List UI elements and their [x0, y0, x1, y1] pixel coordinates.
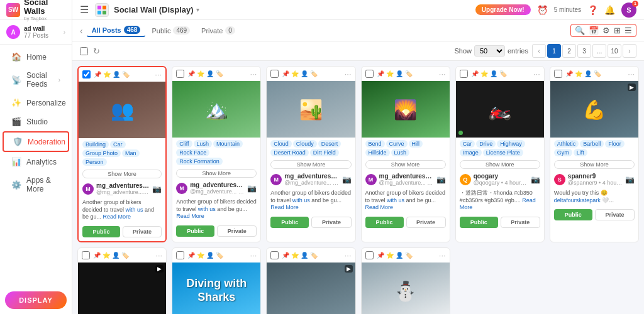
page-3-button[interactable]: 3: [577, 44, 591, 58]
star-icon[interactable]: ⭐: [103, 252, 110, 259]
show-more-button[interactable]: Show More: [365, 160, 446, 169]
person-icon[interactable]: 👤: [301, 252, 308, 259]
star-icon[interactable]: ⭐: [103, 71, 111, 78]
post-tag[interactable]: Person: [82, 158, 107, 166]
read-more-link[interactable]: Read More: [176, 213, 204, 219]
tag-icon[interactable]: 🏷️: [310, 70, 318, 77]
search-icon[interactable]: 🔍: [575, 26, 585, 35]
post-checkbox[interactable]: [365, 251, 374, 259]
more-options-icon[interactable]: ···: [439, 69, 446, 78]
private-button[interactable]: Private: [595, 209, 635, 220]
person-icon[interactable]: 👤: [490, 70, 497, 77]
select-all-checkbox[interactable]: [80, 47, 88, 55]
tab-private[interactable]: Private 0: [196, 24, 240, 36]
read-more-link[interactable]: Read More: [270, 204, 299, 210]
pin-icon[interactable]: 📌: [187, 70, 195, 77]
page-1-button[interactable]: 1: [547, 44, 561, 58]
public-button[interactable]: Public: [270, 217, 309, 228]
tab-public[interactable]: Public 469: [147, 24, 195, 36]
star-icon[interactable]: ⭐: [291, 70, 299, 77]
sidebar-item-apps[interactable]: ⚙️ Apps & More: [3, 171, 69, 198]
pin-icon[interactable]: 📌: [282, 70, 289, 77]
private-button[interactable]: Private: [406, 217, 446, 228]
more-options-icon[interactable]: ···: [155, 251, 162, 260]
show-more-button[interactable]: Show More: [176, 169, 257, 178]
post-tag[interactable]: Hillside: [365, 149, 390, 156]
tag-icon[interactable]: 🏷️: [122, 71, 130, 78]
show-more-button[interactable]: Show More: [270, 160, 351, 169]
post-checkbox[interactable]: [82, 251, 90, 259]
pin-icon[interactable]: 📌: [565, 70, 573, 77]
person-icon[interactable]: 👤: [396, 252, 403, 259]
post-checkbox[interactable]: [176, 70, 184, 78]
tag-icon[interactable]: 🏷️: [121, 252, 129, 259]
post-tag[interactable]: Floor: [605, 140, 625, 148]
post-tag[interactable]: Gym: [554, 149, 572, 156]
tag-icon[interactable]: 🏷️: [216, 70, 223, 77]
post-checkbox[interactable]: [82, 70, 91, 78]
user-avatar[interactable]: S 1: [621, 3, 636, 18]
more-options-icon[interactable]: ···: [250, 69, 257, 78]
person-icon[interactable]: 👤: [584, 70, 592, 77]
post-tag[interactable]: Car: [460, 140, 475, 148]
post-tag[interactable]: Cliff: [176, 140, 192, 148]
public-button[interactable]: Public: [365, 217, 404, 228]
post-tag[interactable]: Car: [110, 141, 126, 148]
post-tag[interactable]: Cloud: [270, 140, 292, 148]
post-checkbox[interactable]: [270, 70, 279, 78]
pin-icon[interactable]: 📌: [94, 71, 101, 78]
more-options-icon[interactable]: ···: [533, 69, 540, 78]
grid-icon[interactable]: ⊞: [614, 26, 621, 35]
star-icon[interactable]: ⭐: [197, 70, 204, 77]
pin-icon[interactable]: 📌: [471, 70, 479, 77]
post-checkbox[interactable]: [270, 251, 279, 259]
more-options-icon[interactable]: ···: [155, 70, 162, 79]
page-10-button[interactable]: 10: [608, 44, 621, 58]
back-arrow-icon[interactable]: ‹: [80, 26, 83, 36]
read-more-link[interactable]: Read More: [460, 197, 536, 211]
post-tag[interactable]: Image: [460, 149, 482, 156]
public-button[interactable]: Public: [176, 225, 214, 237]
tag-icon[interactable]: 🏷️: [216, 252, 223, 259]
topbar-dropdown-icon[interactable]: ▾: [196, 6, 199, 13]
read-more-link[interactable]: Read More: [365, 204, 394, 210]
tag-icon[interactable]: 🏷️: [405, 70, 413, 77]
public-button[interactable]: Public: [82, 226, 120, 237]
post-tag[interactable]: Rock Face: [176, 149, 209, 156]
more-options-icon[interactable]: ···: [439, 251, 446, 260]
person-icon[interactable]: 👤: [206, 252, 214, 259]
sidebar-item-personalize[interactable]: ✨ Personalize: [3, 94, 69, 112]
calendar-icon[interactable]: 📅: [589, 26, 599, 35]
bell-icon[interactable]: 🔔: [604, 5, 615, 15]
star-icon[interactable]: ⭐: [386, 252, 394, 259]
sidebar-item-studio[interactable]: 🎬 Studio: [3, 112, 69, 131]
person-icon[interactable]: 👤: [112, 252, 119, 259]
tag-icon[interactable]: 🏷️: [310, 252, 318, 259]
person-icon[interactable]: 👤: [113, 71, 120, 78]
more-options-icon[interactable]: ···: [250, 251, 257, 260]
show-more-button[interactable]: Show More: [82, 170, 162, 178]
more-options-icon[interactable]: ···: [345, 251, 352, 260]
person-icon[interactable]: 👤: [396, 70, 403, 77]
post-tag[interactable]: Highway: [497, 140, 525, 148]
more-options-icon[interactable]: ···: [345, 69, 352, 78]
post-checkbox[interactable]: [176, 251, 184, 259]
star-icon[interactable]: ⭐: [197, 252, 204, 259]
post-tag[interactable]: Rock Formation: [176, 158, 223, 165]
private-button[interactable]: Private: [123, 226, 162, 237]
refresh-icon[interactable]: ↻: [93, 46, 100, 56]
star-icon[interactable]: ⭐: [291, 252, 299, 259]
post-tag[interactable]: Athletic: [554, 140, 579, 148]
post-checkbox[interactable]: [460, 70, 468, 78]
pin-icon[interactable]: 📌: [377, 252, 384, 259]
post-tag[interactable]: License Plate: [483, 149, 523, 156]
show-more-button[interactable]: Show More: [460, 160, 540, 169]
post-tag[interactable]: Mountain: [213, 140, 243, 148]
post-tag[interactable]: Desert Road: [270, 149, 309, 156]
filter-icon[interactable]: ⚙: [602, 26, 610, 35]
person-icon[interactable]: 👤: [206, 70, 214, 77]
post-tag[interactable]: Curve: [386, 140, 408, 148]
pin-icon[interactable]: 📌: [377, 70, 384, 77]
more-options-icon[interactable]: ···: [628, 69, 635, 78]
list-icon[interactable]: ☰: [625, 26, 632, 35]
